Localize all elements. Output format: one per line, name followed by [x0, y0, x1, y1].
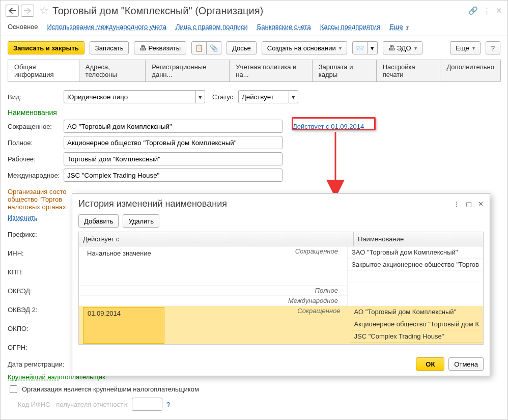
back-button[interactable]	[6, 5, 19, 17]
date-cell[interactable]: 01.09.2014	[83, 307, 164, 344]
tab-general[interactable]: Общая информация	[8, 60, 79, 81]
save-button[interactable]: Записать	[90, 41, 129, 54]
intl-input[interactable]	[64, 169, 283, 182]
name-value-cell[interactable]: Акционерное общество "Торговый дом К	[350, 318, 483, 330]
requisites-button[interactable]: 🖶 Реквизиты	[134, 41, 186, 54]
send-dd-button[interactable]: ▾	[368, 41, 378, 54]
modal-delete-button[interactable]: Удалить	[123, 214, 159, 228]
big-taxpayer-checkbox[interactable]	[10, 385, 17, 393]
forward-button[interactable]	[21, 5, 34, 17]
modal-close-icon[interactable]: ✕	[478, 200, 484, 208]
modal-add-button[interactable]: Добавить	[78, 214, 119, 228]
full-input[interactable]	[64, 136, 283, 149]
history-modal: История изменений наименования ⋮ ▢ ✕ Доб…	[72, 193, 490, 376]
status-input[interactable]	[238, 90, 289, 103]
tab-payroll[interactable]: Зарплата и кадры	[312, 60, 377, 81]
send-button[interactable]: 📨	[352, 41, 368, 54]
name-value-cell[interactable]: JSC "Complex Trading House"	[350, 330, 483, 343]
attach-copy-button[interactable]: 📋	[191, 41, 207, 54]
name-type-label: Полное	[164, 287, 343, 294]
big-taxpayer-section: Крупнейший нал	[8, 373, 59, 381]
name-value-cell[interactable]	[348, 271, 483, 283]
intl-label: Международное:	[8, 172, 64, 179]
edo-icon: 🖶	[388, 44, 395, 52]
work-input[interactable]	[64, 152, 283, 165]
ifns-input	[132, 398, 162, 411]
kind-input[interactable]	[64, 90, 196, 103]
name-value-cell[interactable]: ЗАО "Торговый дом Комплексный"	[348, 246, 483, 259]
kebab-menu-icon[interactable]: ⋮	[483, 6, 491, 15]
table-row[interactable]: Начальное значениеСокращенноеПолноеМежду…	[79, 246, 483, 306]
modal-cancel-button[interactable]: Отмена	[448, 357, 484, 371]
modal-kebab-icon[interactable]: ⋮	[453, 200, 460, 208]
nav-link-cash[interactable]: Кассы предприятия	[320, 23, 380, 31]
nav-more[interactable]: Еще	[389, 23, 408, 31]
tab-print[interactable]: Настройка печати	[376, 60, 441, 81]
dossier-button[interactable]: Досье	[227, 41, 257, 54]
work-label: Рабочее:	[8, 155, 64, 163]
close-window-icon[interactable]: ✕	[496, 6, 502, 15]
history-grid: Действует с Наименование Начальное значе…	[78, 232, 484, 345]
full-label: Полное:	[8, 139, 64, 147]
printer-icon: 🖶	[139, 44, 146, 52]
more-button[interactable]: Еще	[450, 41, 480, 54]
kind-dd-icon[interactable]: ▾	[196, 90, 205, 103]
big-taxpayer-text: Организация является крупнейшим налогопл…	[22, 385, 199, 393]
create-based-button[interactable]: Создать на основании	[262, 41, 347, 54]
nav-link-signers[interactable]: Лица с правом подписи	[176, 23, 248, 31]
attach-clip-button[interactable]: 📎	[207, 41, 221, 54]
status-dd-icon[interactable]: ▾	[289, 90, 298, 103]
ifns-label: Код ИФНС - получателя отчетности:	[18, 401, 129, 408]
name-value-cell[interactable]: АО "Торговый дом Комплексный"	[350, 306, 483, 318]
highlight-red-box	[292, 117, 376, 130]
name-type-label: Сокращенное	[164, 247, 343, 284]
tab-addresses[interactable]: Адреса, телефоны	[79, 60, 146, 81]
modal-title: История изменений наименования	[78, 199, 227, 209]
modal-ok-button[interactable]: ОК	[416, 357, 444, 371]
status-combo[interactable]: ▾	[238, 90, 298, 103]
change-link[interactable]: Изменить	[8, 214, 38, 221]
window-title: Торговый дом "Комплексный" (Организация)	[52, 5, 263, 17]
kind-label: Вид:	[8, 93, 64, 101]
help-button[interactable]: ?	[486, 41, 500, 54]
link-icon[interactable]: 🔗	[468, 6, 478, 15]
favorite-star-icon[interactable]: ☆	[39, 4, 49, 17]
col-name-header[interactable]: Наименование	[354, 232, 483, 246]
tab-accounting[interactable]: Учетная политика и на...	[229, 60, 312, 81]
name-type-label: Сокращенное	[164, 307, 346, 344]
status-label: Статус:	[212, 93, 235, 101]
modal-maximize-icon[interactable]: ▢	[466, 200, 472, 208]
nav-main[interactable]: Основное	[8, 23, 38, 31]
short-label: Сокращенное:	[8, 123, 64, 130]
nav-link-bank[interactable]: Банковские счета	[257, 23, 311, 31]
send-group[interactable]: 📨 ▾	[352, 41, 378, 54]
nav-link-intl[interactable]: Использование международного учета	[47, 23, 166, 31]
attach-group[interactable]: 📋 📎	[191, 41, 221, 54]
col-date-header[interactable]: Действует с	[79, 232, 354, 246]
table-row[interactable]: 01.09.2014СокращенноеПолноеМеждународное…	[79, 306, 483, 345]
names-section: Наименования	[8, 108, 500, 117]
tab-additional[interactable]: Дополнительно	[440, 60, 501, 81]
kind-combo[interactable]: ▾	[64, 90, 205, 103]
ifns-help-link[interactable]: ?	[166, 401, 170, 408]
short-input[interactable]	[64, 120, 283, 133]
tab-registration[interactable]: Регистрационные данн...	[145, 60, 230, 81]
date-cell[interactable]: Начальное значение	[83, 247, 164, 284]
name-type-label: Международное	[164, 297, 343, 304]
tab-bar: Общая информация Адреса, телефоны Регист…	[8, 60, 500, 82]
name-value-cell[interactable]: Закрытое акционерное общество "Торгов	[348, 259, 483, 271]
save-close-button[interactable]: Записать и закрыть	[8, 41, 84, 54]
edo-button[interactable]: 🖶 ЭДО	[383, 41, 422, 54]
